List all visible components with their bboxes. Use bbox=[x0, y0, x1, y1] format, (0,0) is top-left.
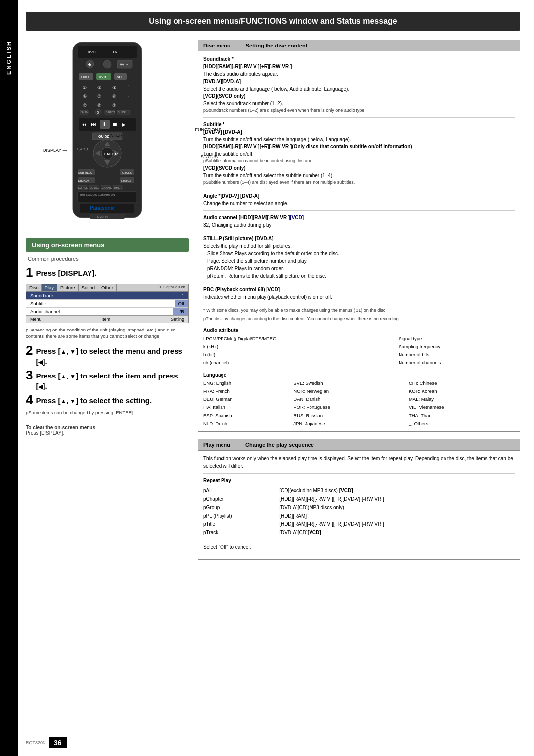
model-number: RQT8203 bbox=[26, 740, 45, 745]
menu-row-soundtrack: Soundtrack 1 bbox=[26, 292, 188, 300]
menu-top-right: 1 Digital 2.0 ch bbox=[156, 284, 188, 291]
language-table: ENG: English SVE: Swedish CHI: Chinese F… bbox=[203, 379, 515, 428]
soundtrack-title: Soundtrack * bbox=[203, 55, 515, 63]
subtitle-item: Subtitle * [DVD-V] [DVD-A] Turn the subt… bbox=[203, 121, 515, 186]
display-label-remote: DISPLAY — bbox=[43, 148, 67, 153]
menu-row-subtitle: Subtitle Off bbox=[26, 300, 188, 308]
audio-attr-label-1: LPCM/PPCM/ § Digital/DTS/MPEG: bbox=[203, 335, 396, 343]
soundtrack-note: pSoundtrack numbers (1–2) are displayed … bbox=[203, 107, 515, 114]
repeat-row-chapter: pChapter [HDD][RAM][-R][-RW V ][+R][DVD-… bbox=[203, 495, 515, 503]
menu-item-subtitle: Subtitle bbox=[26, 300, 175, 307]
audio-channel-title: Audio channel [HDD][RAM][-RW VR ][VCD] bbox=[203, 214, 515, 221]
english-label: ENGLISH bbox=[6, 40, 12, 75]
lang-dan: DAN: Danish bbox=[288, 395, 404, 403]
angle-item: Angle *[DVD-V] [DVD-A] Change the number… bbox=[203, 192, 515, 207]
menu-display: Disc Play Picture Sound Other 1 Digital … bbox=[26, 284, 189, 323]
svg-text:DISPLAY: DISPLAY bbox=[78, 179, 89, 182]
svg-text:⑤: ⑤ bbox=[97, 94, 101, 99]
repeat-val-all: [CD](excluding MP3 discs) [VCD] bbox=[279, 486, 515, 495]
stillp-desc1: Selects the play method for still pictur… bbox=[203, 242, 515, 250]
svg-text:①: ① bbox=[83, 85, 87, 90]
svg-text:EQ-RCE: EQ-RCE bbox=[78, 186, 88, 189]
menu-val-subtitle: Off bbox=[175, 300, 189, 307]
sep3 bbox=[203, 210, 515, 211]
subtitle-note1: pSubtitle information cannot be recorded… bbox=[203, 158, 515, 165]
step-2-text: Press [▲, ▼] to select the menu and pres… bbox=[36, 344, 189, 367]
repeat-label-pl: pPL (Playlist) bbox=[203, 512, 279, 520]
svg-text:④: ④ bbox=[83, 94, 87, 99]
lang-chi: CHI: Chinese bbox=[404, 379, 515, 387]
to-clear-title: To clear the on-screen menus bbox=[26, 425, 189, 430]
pbc-desc: Indicates whether menu play (playback co… bbox=[203, 293, 515, 301]
step-2-row: 2 Press [▲, ▼] to select the menu and pr… bbox=[26, 344, 189, 367]
soundtrack-desc3: Select the soundtrack number (1–2). bbox=[203, 100, 515, 107]
step-4-note: pSome items can be changed by pressing [… bbox=[26, 410, 189, 415]
lang-row-6: NLD: Dutch JPN: Japanese _: Others bbox=[203, 420, 515, 427]
audio-channel-item: Audio channel [HDD][RAM][-RW VR ][VCD] 3… bbox=[203, 214, 515, 229]
english-sidebar: ENGLISH bbox=[0, 0, 18, 756]
stillp-row-return: pReturn: Returns to the default still pi… bbox=[207, 272, 515, 280]
soundtrack-dvd: [DVD-V][DVD-A] bbox=[203, 78, 515, 85]
subtitle-desc2: Turn the subtitle on/off. bbox=[203, 150, 515, 158]
lang-fra: FRA: French bbox=[203, 387, 288, 395]
soundtrack-formats: [HDD][RAM][-R][-RW V ][+R][-RW VR ] bbox=[203, 63, 515, 70]
angle-title: Angle *[DVD-V] [DVD-A] bbox=[203, 192, 515, 200]
step-1-note: pDepending on the condition of the unit … bbox=[26, 327, 189, 340]
audio-attr-label-3: b (bit): bbox=[203, 351, 396, 359]
repeat-label-group: pGroup bbox=[203, 503, 279, 512]
lang-eng: ENG: English bbox=[203, 379, 288, 387]
stillp-rows: Slide Show: Plays according to the defau… bbox=[203, 250, 515, 280]
footnote2: pThe display changes according to the di… bbox=[203, 316, 515, 323]
lang-other: _: Others bbox=[404, 420, 515, 427]
page-number: 36 bbox=[49, 737, 67, 748]
svg-text:DVD: DVD bbox=[88, 50, 96, 54]
sep2 bbox=[203, 189, 515, 189]
stillp-row-page: Page: Select the still picture number an… bbox=[207, 257, 515, 265]
repeat-label-all: pAll bbox=[203, 486, 279, 495]
audio-attr-title: Audio attribute bbox=[203, 327, 515, 334]
repeat-val-track: [DVD-A][CD][VCD] bbox=[279, 528, 515, 537]
soundtrack-item: Soundtrack * [HDD][RAM][-R][-RW V ][+R][… bbox=[203, 55, 515, 114]
repeat-label-title: pTitle bbox=[203, 520, 279, 528]
subtitle-vcd: [VCD](SVCD only) bbox=[203, 164, 515, 172]
enter-label: ENTER bbox=[107, 132, 123, 138]
step-4-num: 4 bbox=[26, 393, 33, 406]
play-menu-section: Play menu Change the play sequence This … bbox=[198, 439, 520, 560]
menu-row-audio: Audio channel L/R bbox=[26, 308, 188, 315]
lang-por: POR: Portuguese bbox=[288, 403, 404, 411]
pbc-title: PBC (Playback control 68) [VCD] bbox=[203, 286, 515, 293]
subtitle-note2: pSubtitle numbers (1–4) are displayed ev… bbox=[203, 179, 515, 186]
subtitle-formats2: [HDD][RAM][-R][-RW V ][+R][-RW VR ](Only… bbox=[203, 143, 515, 150]
menu-tabs-row: Disc Play Picture Sound Other 1 Digital … bbox=[26, 284, 188, 292]
lang-row-4: ITA: Italian POR: Portuguese VIE: Vietna… bbox=[203, 403, 515, 411]
audio-attr-row-2: k (kHz): Sampling frequency bbox=[203, 343, 515, 351]
page-number-area: RQT8203 36 bbox=[26, 727, 189, 748]
step-2-num: 2 bbox=[26, 344, 33, 357]
repeat-play-title: Repeat Play bbox=[203, 477, 515, 484]
play-menu-body: This function works only when the elapse… bbox=[198, 451, 520, 559]
lang-mal: MAL: Malay bbox=[404, 395, 515, 403]
menu-val-audio: L/R bbox=[173, 308, 188, 315]
lang-vie: VIE: Vietnamese bbox=[404, 403, 515, 411]
audio-attr-row-3: b (bit): Number of bits bbox=[203, 351, 515, 359]
play-sep2 bbox=[203, 541, 515, 541]
subtitle-title: Subtitle * bbox=[203, 121, 515, 128]
to-clear-text: Press [DISPLAY]. bbox=[26, 430, 189, 436]
svg-text:⏮: ⏮ bbox=[81, 121, 87, 127]
svg-text:3 ,4 ,2 ,1: 3 ,4 ,2 ,1 bbox=[77, 148, 89, 151]
svg-text:0: 0 bbox=[97, 110, 99, 115]
tab-picture: Picture bbox=[57, 284, 79, 291]
repeat-play-table: pAll [CD](excluding MP3 discs) [VCD] pCh… bbox=[203, 486, 515, 537]
svg-text:EQ-RCE: EQ-RCE bbox=[90, 186, 100, 189]
sep1 bbox=[203, 117, 515, 118]
tab-disc: Disc bbox=[26, 284, 42, 291]
step-4-text: Press [▲, ▼] to select the setting. bbox=[36, 393, 152, 406]
audio-attr-val-4: Number of channels bbox=[396, 359, 515, 367]
svg-text:⑦: ⑦ bbox=[83, 103, 87, 108]
main-content: Using on-screen menus/FUNCTIONS window a… bbox=[18, 0, 534, 756]
svg-text:⏭: ⏭ bbox=[91, 121, 96, 127]
menu-item-soundtrack: Soundtrack bbox=[26, 292, 178, 299]
lang-row-2: FRA: French NOR: Norwegian KOR: Korean bbox=[203, 387, 515, 395]
play-menu-intro: This function works only when the elapse… bbox=[203, 455, 515, 470]
lang-esp: ESP: Spanish bbox=[203, 412, 288, 420]
